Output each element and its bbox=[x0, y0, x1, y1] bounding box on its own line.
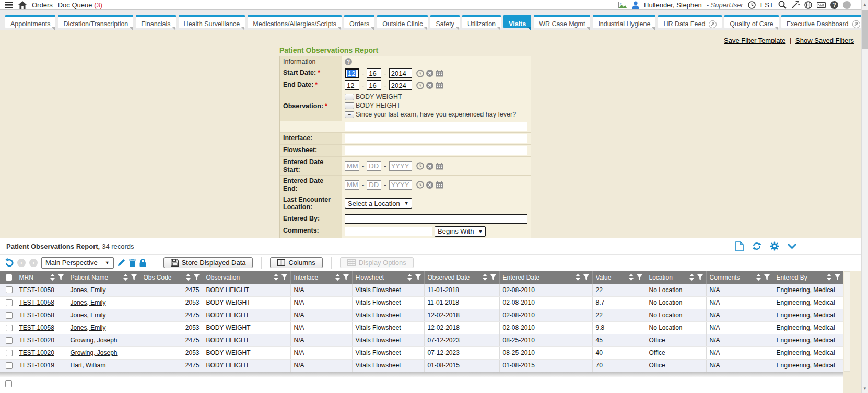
minus-icon[interactable]: − bbox=[345, 102, 354, 109]
mrn-link[interactable]: TEST-10019 bbox=[19, 362, 54, 369]
column-header[interactable]: Location bbox=[646, 271, 706, 284]
comments-input[interactable] bbox=[345, 227, 432, 236]
tab[interactable]: HR Data Feed bbox=[658, 15, 722, 28]
clear-icon[interactable] bbox=[426, 70, 433, 77]
column-header[interactable]: Value bbox=[592, 271, 646, 284]
entered-date-start-day-field[interactable]: DD bbox=[367, 161, 381, 171]
column-header[interactable]: MRN bbox=[16, 271, 67, 284]
sort-icon[interactable] bbox=[483, 274, 487, 281]
scroll-up-arrow[interactable]: ▲ bbox=[862, 2, 868, 7]
location-select[interactable]: Select a Location ▼ bbox=[345, 198, 412, 209]
tab[interactable]: Quality of Care bbox=[724, 15, 778, 28]
clock-icon[interactable] bbox=[416, 70, 424, 77]
column-header[interactable]: Observed Date bbox=[424, 271, 499, 284]
tab[interactable]: Health Surveillance bbox=[179, 15, 245, 28]
column-header[interactable]: Observation bbox=[203, 271, 290, 284]
sort-icon[interactable] bbox=[123, 274, 128, 281]
row-checkbox[interactable] bbox=[6, 312, 13, 319]
next-icon[interactable]: › bbox=[29, 259, 38, 267]
row-checkbox[interactable] bbox=[6, 325, 13, 331]
row-checkbox[interactable] bbox=[6, 362, 13, 369]
end-date-month-field[interactable]: 12 bbox=[345, 80, 359, 90]
mrn-link[interactable]: TEST-10020 bbox=[19, 337, 54, 344]
filter-icon[interactable] bbox=[697, 274, 703, 280]
tab[interactable]: Financials bbox=[136, 15, 175, 28]
start-date-day-field[interactable]: 16 bbox=[367, 68, 381, 78]
observation-search-input[interactable] bbox=[345, 122, 527, 131]
column-header[interactable]: Interface bbox=[290, 271, 352, 284]
filter-icon[interactable] bbox=[415, 274, 421, 280]
clock-icon[interactable] bbox=[416, 181, 424, 189]
sort-icon[interactable] bbox=[756, 274, 761, 281]
entered-date-end-month-field[interactable]: MM bbox=[345, 180, 359, 190]
new-document-icon[interactable] bbox=[735, 241, 744, 251]
entered-date-end-year-field[interactable]: YYYY bbox=[389, 180, 412, 190]
refresh-icon[interactable] bbox=[752, 241, 761, 251]
filter-icon[interactable] bbox=[58, 274, 64, 280]
flowsheet-input[interactable] bbox=[345, 146, 527, 155]
tab[interactable]: Outside Clinic bbox=[377, 15, 428, 28]
clear-icon[interactable] bbox=[426, 82, 433, 89]
filter-icon[interactable] bbox=[490, 274, 496, 280]
help-badge-icon[interactable]: ? bbox=[345, 58, 352, 65]
window-scrollbar[interactable]: ▲ ▼ bbox=[861, 0, 868, 393]
sort-icon[interactable] bbox=[186, 274, 191, 281]
help-icon[interactable]: ? bbox=[830, 1, 838, 9]
calendar-icon[interactable] bbox=[436, 82, 443, 89]
keyboard-icon[interactable] bbox=[817, 2, 826, 8]
columns-button[interactable]: Columns bbox=[270, 257, 322, 268]
sort-icon[interactable] bbox=[50, 274, 55, 281]
start-date-year-field[interactable]: 2014 bbox=[389, 68, 412, 78]
menu-item-orders[interactable]: Orders bbox=[32, 1, 53, 9]
comments-match-select[interactable]: Begins With ▼ bbox=[435, 226, 486, 237]
user-name[interactable]: Hullender, Stephen bbox=[644, 1, 702, 9]
mrn-link[interactable]: TEST-10058 bbox=[19, 324, 54, 331]
filter-icon[interactable] bbox=[343, 274, 349, 280]
patient-name-link[interactable]: Hart, William bbox=[71, 362, 106, 369]
globe-icon[interactable] bbox=[804, 1, 812, 9]
clear-icon[interactable] bbox=[426, 163, 433, 170]
chevron-down-icon[interactable] bbox=[788, 244, 796, 249]
filter-icon[interactable] bbox=[583, 274, 589, 280]
scrollbar-thumb[interactable] bbox=[862, 10, 868, 49]
filter-icon[interactable] bbox=[764, 274, 770, 280]
perspective-select[interactable]: Main Perspective ▼ bbox=[41, 257, 114, 269]
entered-date-start-year-field[interactable]: YYYY bbox=[389, 161, 412, 171]
prev-icon[interactable]: ‹ bbox=[17, 259, 26, 267]
sort-icon[interactable] bbox=[629, 274, 634, 281]
tab[interactable]: Orders bbox=[344, 15, 374, 28]
row-checkbox[interactable] bbox=[6, 286, 13, 293]
lock-icon[interactable] bbox=[139, 259, 146, 267]
row-checkbox[interactable] bbox=[6, 299, 13, 306]
calendar-icon[interactable] bbox=[436, 163, 443, 170]
tab[interactable]: Industrial Hygiene bbox=[593, 15, 655, 28]
patient-name-link[interactable]: Jones, Emily bbox=[71, 299, 106, 306]
save-filter-template-link[interactable]: Save Filter Template bbox=[724, 37, 785, 44]
select-all-header-cell[interactable] bbox=[0, 271, 16, 284]
external-link-icon[interactable] bbox=[852, 20, 860, 28]
sort-icon[interactable] bbox=[576, 274, 580, 281]
wand-icon[interactable] bbox=[791, 1, 800, 9]
gear-icon[interactable] bbox=[770, 241, 779, 251]
table-scrollbar[interactable] bbox=[844, 271, 850, 372]
filter-icon[interactable] bbox=[835, 274, 840, 280]
tab[interactable]: Executive Dashboard bbox=[781, 15, 865, 28]
tab[interactable]: Visits bbox=[503, 15, 531, 28]
column-header[interactable]: Entered By bbox=[773, 271, 843, 284]
search-icon[interactable] bbox=[778, 1, 787, 9]
column-header[interactable]: Flowsheet bbox=[352, 271, 424, 284]
row-checkbox[interactable] bbox=[5, 380, 12, 387]
sort-icon[interactable] bbox=[407, 274, 412, 281]
filter-icon[interactable] bbox=[281, 274, 287, 280]
home-icon[interactable] bbox=[18, 1, 27, 9]
tab[interactable]: Appointments bbox=[5, 15, 55, 28]
patient-name-link[interactable]: Growing, Joseph bbox=[71, 349, 118, 356]
select-all-checkbox[interactable] bbox=[6, 274, 12, 281]
patient-name-link[interactable]: Jones, Emily bbox=[71, 286, 106, 294]
show-saved-filters-link[interactable]: Show Saved Filters bbox=[795, 37, 854, 44]
clear-icon[interactable] bbox=[426, 181, 433, 189]
filter-icon[interactable] bbox=[131, 274, 137, 280]
column-header[interactable]: Obs Code bbox=[140, 271, 203, 284]
tab[interactable]: Dictation/Transcription bbox=[58, 15, 133, 28]
patient-name-link[interactable]: Jones, Emily bbox=[71, 311, 106, 319]
